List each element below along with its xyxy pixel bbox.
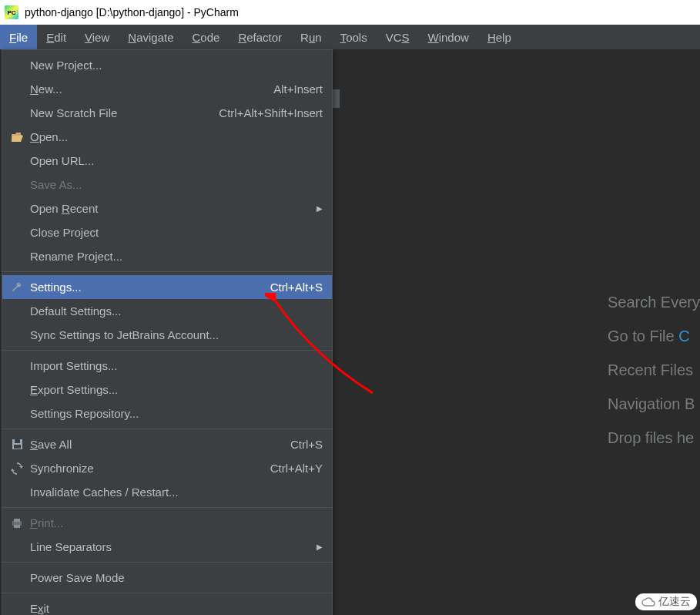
menu-view[interactable]: View — [75, 25, 119, 49]
svg-rect-2 — [14, 445, 21, 449]
menu-vcs[interactable]: VCS — [377, 25, 419, 49]
main-menubar: File Edit View Navigate Code Refactor Ru… — [0, 25, 700, 49]
menu-separator — [2, 593, 332, 593]
folder-open-icon — [10, 130, 24, 144]
menu-separator — [2, 271, 332, 272]
menu-edit[interactable]: Edit — [37, 25, 75, 49]
menu-new[interactable]: New...Alt+Insert — [2, 77, 332, 101]
shortcut-label: Ctrl+Alt+Y — [270, 462, 323, 475]
shortcut-label: Ctrl+Alt+S — [270, 281, 323, 294]
menu-settings-repository[interactable]: Settings Repository... — [2, 402, 332, 425]
submenu-arrow-icon: ▶ — [317, 204, 323, 213]
menu-help[interactable]: Help — [478, 25, 521, 49]
menu-rename-project[interactable]: Rename Project... — [2, 244, 332, 268]
submenu-arrow-icon: ▶ — [317, 543, 323, 551]
menu-separator — [2, 350, 332, 351]
menu-save-as: Save As... — [2, 173, 332, 197]
hint-drop-files: Drop files he — [608, 421, 700, 455]
wrench-icon — [10, 281, 24, 294]
menu-sync-settings[interactable]: Sync Settings to JetBrains Account... — [2, 323, 332, 347]
shortcut-label: Ctrl+Alt+Shift+Insert — [219, 106, 323, 119]
hint-navigation-bar: Navigation B — [608, 387, 700, 421]
menu-run[interactable]: Run — [291, 25, 331, 49]
window-title: python-django [D:\python-django] - PyCha… — [25, 6, 239, 18]
svg-rect-4 — [14, 519, 20, 522]
menu-separator — [2, 507, 332, 508]
file-menu-dropdown: New Project... New...Alt+Insert New Scra… — [2, 49, 333, 615]
menu-save-all[interactable]: Save AllCtrl+S — [2, 432, 332, 456]
printer-icon — [10, 516, 24, 530]
menu-export-settings[interactable]: Export Settings... — [2, 378, 332, 402]
menu-close-project[interactable]: Close Project — [2, 220, 332, 244]
menu-open-recent[interactable]: Open Recent▶ — [2, 197, 332, 220]
shortcut-label: Alt+Insert — [273, 82, 323, 96]
menu-file[interactable]: File — [0, 25, 37, 49]
editor-tab-edge — [333, 89, 340, 108]
menu-synchronize[interactable]: SynchronizeCtrl+Alt+Y — [2, 456, 332, 480]
cloud-icon — [641, 597, 655, 607]
menu-invalidate-caches[interactable]: Invalidate Caches / Restart... — [2, 480, 332, 504]
menu-tools[interactable]: Tools — [331, 25, 377, 49]
menu-open-url[interactable]: Open URL... — [2, 149, 332, 173]
menu-open[interactable]: Open... — [2, 125, 332, 149]
menu-line-separators[interactable]: Line Separators▶ — [2, 535, 332, 559]
menu-print: Print... — [2, 511, 332, 535]
svg-rect-1 — [15, 439, 20, 443]
hint-search-everywhere: Search Every — [608, 285, 700, 319]
floppy-disk-icon — [10, 438, 24, 452]
hint-go-to-file: Go to File C — [608, 319, 700, 353]
menu-default-settings[interactable]: Default Settings... — [2, 299, 332, 323]
menu-refactor[interactable]: Refactor — [229, 25, 291, 49]
menu-power-save-mode[interactable]: Power Save Mode — [2, 566, 332, 590]
watermark-badge: 亿速云 — [635, 593, 697, 610]
menu-code[interactable]: Code — [183, 25, 229, 49]
sync-icon — [10, 462, 24, 476]
window-titlebar: PC python-django [D:\python-django] - Py… — [0, 0, 700, 25]
menu-settings[interactable]: Settings...Ctrl+Alt+S — [2, 275, 332, 299]
menu-separator — [2, 562, 332, 563]
menu-new-scratch-file[interactable]: New Scratch FileCtrl+Alt+Shift+Insert — [2, 101, 332, 125]
menu-exit[interactable]: Exit — [2, 597, 332, 615]
menu-new-project[interactable]: New Project... — [2, 53, 332, 77]
hint-recent-files: Recent Files — [608, 353, 700, 387]
svg-rect-5 — [14, 525, 20, 528]
menu-import-settings[interactable]: Import Settings... — [2, 354, 332, 378]
pycharm-app-icon: PC — [5, 5, 18, 19]
menu-navigate[interactable]: Navigate — [119, 25, 183, 49]
shortcut-label: Ctrl+S — [290, 438, 323, 451]
menu-separator — [2, 428, 332, 429]
menu-window[interactable]: Window — [419, 25, 478, 49]
welcome-hints: Search Every Go to File C Recent Files N… — [608, 285, 700, 455]
